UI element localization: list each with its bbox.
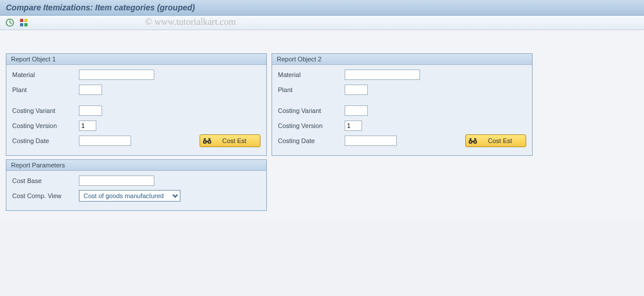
costing-date-input[interactable] — [79, 136, 131, 146]
cost-base-label: Cost Base — [12, 177, 79, 184]
plant-label: Plant — [12, 86, 79, 93]
costing-variant-input[interactable] — [79, 105, 102, 116]
cost-comp-view-select[interactable]: Cost of goods manufactured — [79, 190, 180, 202]
material-label: Material — [278, 71, 345, 78]
svg-rect-5 — [20, 23, 24, 27]
costing-date-input[interactable] — [345, 136, 397, 146]
material-input[interactable] — [79, 70, 154, 80]
svg-rect-16 — [472, 141, 475, 142]
toolbar: © www.tutorialkart.com — [0, 16, 644, 30]
costing-date-label: Costing Date — [278, 137, 345, 144]
svg-point-19 — [470, 141, 472, 143]
costing-variant-input[interactable] — [345, 105, 368, 116]
svg-rect-18 — [475, 138, 476, 141]
panel-report-object-1: Report Object 1 Material Plant Costing V… — [6, 53, 267, 156]
selection-options-button[interactable] — [19, 17, 29, 28]
svg-rect-6 — [24, 23, 28, 27]
clock-execute-icon — [5, 18, 15, 27]
costing-date-label: Costing Date — [12, 137, 79, 144]
costing-variant-label: Costing Variant — [12, 107, 79, 114]
cost-comp-view-label: Cost Comp. View — [12, 192, 79, 199]
material-label: Material — [12, 71, 79, 78]
svg-point-12 — [204, 141, 206, 143]
content-area: Report Object 1 Material Plant Costing V… — [0, 30, 644, 220]
plant-label: Plant — [278, 86, 345, 93]
cost-est-button-2[interactable]: Cost Est — [465, 134, 526, 147]
execute-button[interactable] — [5, 17, 15, 28]
svg-rect-3 — [20, 19, 24, 23]
titlebar: Compare Itemizations: Item categories (g… — [0, 0, 644, 16]
binoculars-icon — [202, 137, 212, 145]
grid-colors-icon — [19, 18, 28, 27]
costing-variant-label: Costing Variant — [278, 107, 345, 114]
plant-input[interactable] — [345, 85, 368, 95]
watermark: © www.tutorialkart.com — [145, 17, 236, 27]
panel-report-parameters: Report Parameters Cost Base Cost Comp. V… — [6, 159, 267, 211]
costing-version-input[interactable] — [345, 120, 362, 131]
costing-version-label: Costing Version — [278, 122, 345, 129]
cost-est-button-1[interactable]: Cost Est — [200, 134, 261, 147]
costing-version-input[interactable] — [79, 120, 96, 131]
panel-header: Report Object 2 — [272, 54, 532, 65]
panel-header: Report Parameters — [6, 160, 266, 171]
material-input[interactable] — [345, 70, 420, 80]
svg-rect-4 — [24, 19, 28, 23]
svg-line-2 — [10, 23, 12, 24]
svg-rect-10 — [204, 138, 206, 141]
cost-est-label: Cost Est — [222, 137, 247, 144]
panel-report-object-2: Report Object 2 Material Plant Costing V… — [272, 53, 533, 156]
svg-rect-11 — [209, 138, 211, 141]
svg-rect-9 — [206, 141, 209, 142]
page-title: Compare Itemizations: Item categories (g… — [6, 3, 195, 12]
cost-est-label: Cost Est — [488, 137, 512, 144]
binoculars-icon — [468, 137, 477, 145]
svg-point-13 — [209, 141, 211, 143]
panel-header: Report Object 1 — [6, 54, 266, 65]
svg-rect-17 — [470, 138, 472, 141]
cost-base-input[interactable] — [79, 176, 154, 186]
costing-version-label: Costing Version — [12, 122, 79, 129]
svg-point-20 — [475, 141, 476, 143]
plant-input[interactable] — [79, 85, 102, 95]
